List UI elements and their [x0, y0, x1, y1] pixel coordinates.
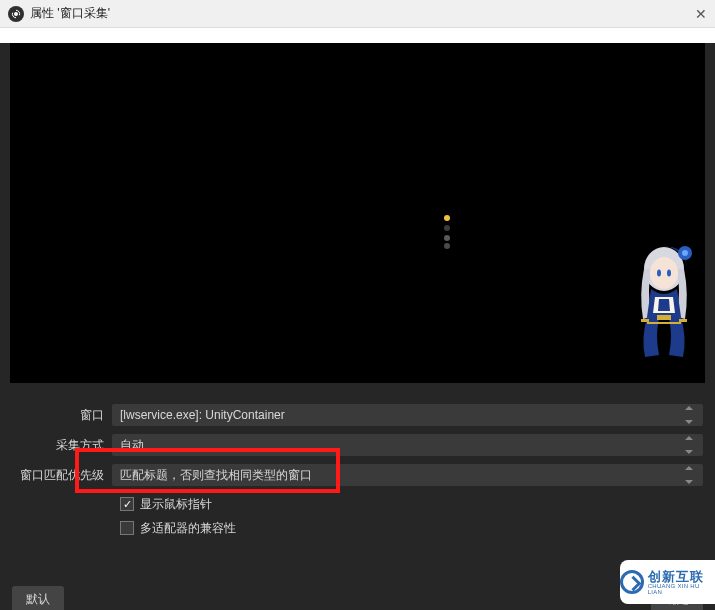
multi-adapter-row: 多适配器的兼容性 [120, 517, 703, 539]
watermark-logo-icon [620, 570, 644, 594]
show-cursor-row: 显示鼠标指针 [120, 493, 703, 515]
character-avatar [629, 239, 699, 359]
capture-method-dropdown[interactable]: 自动 [112, 434, 703, 456]
close-button[interactable]: ✕ [677, 6, 707, 22]
svg-point-1 [14, 12, 18, 16]
svg-point-5 [650, 257, 678, 289]
capture-method-row: 采集方式 自动 [12, 433, 703, 457]
captured-window-scene [10, 105, 705, 351]
dialog-content: 窗口 [lwservice.exe]: UnityContainer 采集方式 … [0, 43, 715, 610]
window-row: 窗口 [lwservice.exe]: UnityContainer [12, 403, 703, 427]
scene-dot [444, 215, 450, 221]
titlebar: 属性 '窗口采集' ✕ [0, 0, 715, 28]
svg-rect-10 [657, 315, 671, 320]
capture-method-label: 采集方式 [12, 437, 112, 454]
svg-point-4 [682, 250, 688, 256]
properties-form: 窗口 [lwservice.exe]: UnityContainer 采集方式 … [0, 383, 715, 539]
spinner-icon [685, 406, 699, 424]
show-cursor-checkbox[interactable] [120, 497, 134, 511]
spinner-icon [685, 466, 699, 484]
window-title: 属性 '窗口采集' [30, 5, 677, 22]
window-label: 窗口 [12, 407, 112, 424]
scene-dot [444, 243, 450, 249]
capture-method-value: 自动 [120, 437, 144, 454]
svg-point-6 [657, 270, 661, 277]
defaults-button[interactable]: 默认 [12, 586, 64, 610]
watermark-badge: 创新互联 CHUANG XIN HU LIAN [620, 560, 715, 604]
svg-rect-8 [641, 319, 649, 322]
window-dropdown-value: [lwservice.exe]: UnityContainer [120, 408, 285, 422]
match-priority-row: 窗口匹配优先级 匹配标题，否则查找相同类型的窗口 [12, 463, 703, 487]
match-priority-value: 匹配标题，否则查找相同类型的窗口 [120, 467, 312, 484]
multi-adapter-label: 多适配器的兼容性 [140, 520, 236, 537]
spinner-icon [685, 436, 699, 454]
window-dropdown[interactable]: [lwservice.exe]: UnityContainer [112, 404, 703, 426]
match-priority-dropdown[interactable]: 匹配标题，否则查找相同类型的窗口 [112, 464, 703, 486]
preview-area [10, 43, 705, 383]
scene-dot [444, 225, 450, 231]
scene-dot [444, 235, 450, 241]
multi-adapter-checkbox[interactable] [120, 521, 134, 535]
show-cursor-label: 显示鼠标指针 [140, 496, 212, 513]
app-icon [8, 6, 24, 22]
watermark-cn: 创新互联 [648, 570, 715, 583]
bottom-bar: 默认 确定 [12, 586, 703, 610]
svg-point-7 [667, 270, 671, 277]
match-priority-label: 窗口匹配优先级 [12, 467, 112, 484]
svg-rect-9 [679, 319, 687, 322]
watermark-en: CHUANG XIN HU LIAN [648, 583, 715, 595]
